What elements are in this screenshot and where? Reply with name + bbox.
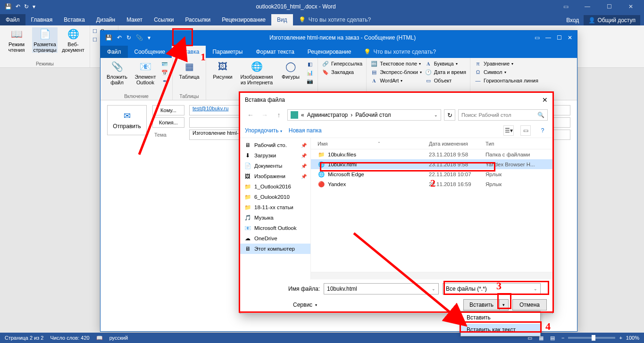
datetime-button[interactable]: 🕐Дата и время — [425, 68, 466, 76]
maximize-icon[interactable]: ☐ — [557, 34, 562, 41]
minimize-icon[interactable]: — — [545, 34, 551, 41]
new-folder-button[interactable]: Новая папка — [289, 127, 322, 134]
tree-item[interactable]: 📁18-11-xx статьи — [240, 202, 310, 212]
tree-item[interactable]: 🖼Изображени📌 — [240, 171, 310, 181]
tree-item[interactable]: ⬇Загрузки📌 — [240, 150, 310, 161]
search-box[interactable]: 🔍 — [458, 109, 548, 121]
attach-file-button[interactable]: 📎Вложить файл — [104, 60, 130, 85]
bizcard-button[interactable]: 🪪 — [161, 60, 168, 68]
tree-item[interactable]: 📁1_Outlook2016 — [240, 181, 310, 192]
page-status[interactable]: Страница 2 из 2 — [5, 335, 43, 341]
close-icon[interactable]: ✕ — [568, 34, 572, 41]
help-button[interactable]: ? — [537, 125, 548, 136]
textbox-button[interactable]: 🔤Текстовое поле▾ — [370, 60, 422, 67]
smartart-button[interactable]: ◧ — [306, 60, 314, 68]
breadcrumb[interactable]: « Администратор › Рабочий стол ⌄ — [287, 109, 441, 121]
dropcap-button[interactable]: 𝐀Буквица▾ — [425, 60, 466, 67]
tab-view[interactable]: Вид — [271, 14, 293, 25]
ribbon-collapse-icon[interactable]: ▭ — [535, 34, 540, 41]
insert-button-dropdown[interactable]: ▾ — [500, 302, 508, 307]
ol-tellme[interactable]: 💡Что вы хотите сделать? — [358, 46, 442, 58]
minimize-icon[interactable]: — — [578, 3, 597, 10]
h-scrollbar[interactable] — [311, 272, 552, 279]
hyperlink-button[interactable]: 🔗Гиперссылка — [322, 60, 362, 67]
zoom-level[interactable]: 100% — [626, 335, 639, 341]
send-button[interactable]: ✉ Отправить — [107, 105, 147, 135]
view-web-icon[interactable]: ▤ — [550, 335, 555, 341]
ol-tab-format[interactable]: Формат текста — [249, 46, 301, 58]
share-button[interactable]: 👤Общий доступ — [584, 15, 640, 25]
file-row[interactable]: 🌐10bukv.html23.11.2018 9:58Yandex Browse… — [311, 159, 552, 169]
refresh-button[interactable]: ↻ — [444, 109, 455, 121]
screenshot-button[interactable]: 📷 — [306, 77, 314, 85]
ol-tab-file[interactable]: Файл — [100, 46, 128, 58]
file-row[interactable]: 📁10bukv.files23.11.2018 9:58Папка с файл… — [311, 149, 552, 159]
save-icon[interactable]: 💾 — [105, 34, 112, 41]
zoom-out[interactable]: − — [561, 335, 564, 341]
symbol-button[interactable]: ΩСимвол▾ — [474, 68, 538, 76]
tree-item[interactable]: 🖥Этот компьютер — [240, 244, 310, 254]
tree-item[interactable]: 🖥Рабочий сто.📌 — [240, 140, 310, 150]
signature-button[interactable]: ✒ — [161, 77, 168, 85]
cancel-button[interactable]: Отмена — [512, 299, 547, 310]
filename-combo[interactable]: 10bukv.html⌄ — [324, 283, 439, 294]
table-button[interactable]: ▦Таблица — [176, 60, 202, 80]
forward-button[interactable]: → — [259, 109, 270, 121]
reading-mode-button[interactable]: 📖Режим чтения — [4, 27, 29, 53]
zoom-in[interactable]: + — [619, 335, 622, 341]
tab-mailings[interactable]: Рассылки — [179, 14, 216, 25]
undo-icon[interactable]: ↶ — [117, 34, 122, 41]
organize-button[interactable]: Упорядочить ▾ — [245, 127, 282, 134]
calendar-button[interactable]: 📅 — [161, 69, 168, 76]
tree-item[interactable]: 📁6_Oulook2010 — [240, 192, 310, 202]
col-name[interactable]: Имя⌃ — [311, 141, 429, 147]
back-button[interactable]: ← — [245, 109, 256, 121]
wordart-button[interactable]: 𝐀WordArt▾ — [370, 77, 422, 84]
maximize-icon[interactable]: ☐ — [600, 3, 619, 10]
tab-layout[interactable]: Макет — [121, 14, 148, 25]
pictures-button[interactable]: 🖼Рисунки — [210, 60, 235, 85]
tree-item[interactable]: 🎵Музыка — [240, 212, 310, 223]
tab-review[interactable]: Рецензирование — [216, 14, 271, 25]
search-input[interactable] — [461, 112, 537, 118]
chevron-down-icon[interactable]: ⌄ — [434, 113, 438, 117]
tree-item[interactable]: 📄Документы📌 — [240, 161, 310, 171]
close-icon[interactable]: ✕ — [621, 3, 640, 10]
tab-home[interactable]: Главная — [25, 14, 59, 25]
tab-file[interactable]: Файл — [0, 14, 25, 25]
insert-split-button[interactable]: Вставить ▾ — [463, 299, 509, 310]
equation-button[interactable]: πУравнение▾ — [474, 60, 538, 67]
insert-button-main[interactable]: Вставить — [464, 300, 500, 310]
save-icon[interactable]: 💾 — [5, 3, 12, 10]
attach-icon[interactable]: 📎 — [136, 34, 143, 41]
ol-tab-options[interactable]: Параметры — [206, 46, 249, 58]
ol-tab-message[interactable]: Сообщение — [128, 46, 172, 58]
print-layout-button[interactable]: 📄Разметка страницы — [32, 27, 58, 53]
tab-insert[interactable]: Вставка — [58, 14, 91, 25]
cc-button[interactable]: Копия... — [152, 117, 184, 128]
hline-button[interactable]: —Горизонтальная линия — [474, 77, 538, 84]
breadcrumb-seg[interactable]: Администратор — [307, 112, 348, 118]
zoom-slider[interactable] — [568, 337, 615, 339]
bookmark-button[interactable]: 🔖Закладка — [322, 68, 362, 76]
menu-insert[interactable]: Вставить — [461, 311, 540, 324]
tree-item[interactable]: ☁OneDrive — [240, 233, 310, 244]
redo-icon[interactable]: ↻ — [126, 34, 131, 41]
view-button[interactable]: ☰▾ — [503, 125, 514, 136]
tree-item[interactable]: 📧Microsoft Outlook — [240, 223, 310, 233]
col-date[interactable]: Дата изменения — [429, 141, 485, 147]
quickparts-button[interactable]: ▤Экспресс-блоки▾ — [370, 68, 422, 76]
to-button[interactable]: Кому... — [152, 105, 184, 115]
signin-link[interactable]: Вход — [566, 17, 579, 24]
dialog-close-icon[interactable]: ✕ — [542, 96, 548, 104]
tools-button[interactable]: Сервис▾ — [246, 302, 317, 308]
proofing-icon[interactable]: 📖 — [96, 335, 103, 341]
col-type[interactable]: Тип — [485, 141, 552, 147]
tab-references[interactable]: Ссылки — [148, 14, 179, 25]
word-count[interactable]: Число слов: 420 — [50, 335, 89, 341]
up-button[interactable]: ↑ — [273, 109, 284, 121]
ol-tab-review[interactable]: Рецензирование — [301, 46, 358, 58]
object-button[interactable]: ▭Объект — [425, 77, 466, 84]
menu-insert-as-text[interactable]: Вставить как текст — [461, 324, 540, 336]
tab-design[interactable]: Дизайн — [91, 14, 121, 25]
